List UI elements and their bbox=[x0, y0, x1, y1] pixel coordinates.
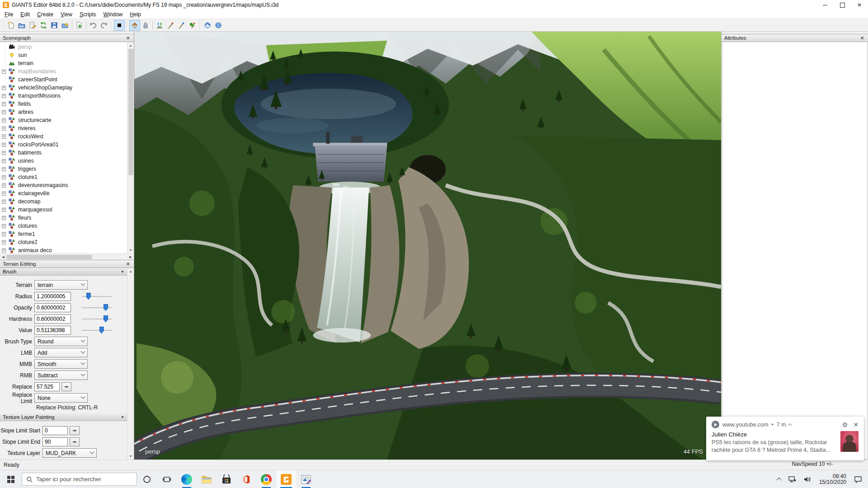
tree-brush-button[interactable] bbox=[187, 20, 198, 31]
slider-thumb[interactable] bbox=[99, 327, 104, 334]
expander-icon[interactable] bbox=[2, 167, 6, 171]
scrollbar-thumb[interactable] bbox=[128, 49, 133, 175]
menu-file[interactable]: File bbox=[1, 10, 17, 19]
mmb-select[interactable]: Smooth bbox=[34, 359, 88, 369]
edge-button[interactable] bbox=[177, 470, 197, 488]
expander-icon[interactable] bbox=[2, 159, 6, 163]
minimize-button[interactable] bbox=[816, 0, 834, 10]
tree-item-structurecarte[interactable]: structurecarte bbox=[0, 116, 127, 124]
taskbar-clock[interactable]: 08:40 15/10/2020 bbox=[816, 474, 850, 485]
scroll-down-icon[interactable]: ▼ bbox=[127, 453, 134, 460]
notification-title[interactable]: Julien Chièze bbox=[712, 431, 859, 438]
select-tool-button[interactable] bbox=[114, 20, 125, 31]
scroll-up-icon[interactable]: ▲ bbox=[127, 268, 134, 275]
task-view-button[interactable] bbox=[157, 470, 177, 488]
scenegraph-horizontal-scrollbar[interactable]: ◀ ▶ bbox=[0, 253, 134, 260]
tree-item-terrain[interactable]: terrain bbox=[0, 59, 127, 67]
expander-icon[interactable] bbox=[2, 216, 6, 220]
scroll-right-icon[interactable]: ▶ bbox=[127, 254, 134, 260]
new-file-button[interactable] bbox=[5, 20, 16, 31]
taskbar-search[interactable]: Taper ici pour rechercher bbox=[22, 473, 137, 486]
terrain-select[interactable]: terrain bbox=[34, 280, 88, 290]
scenegraph-close-icon[interactable]: ✕ bbox=[125, 35, 131, 41]
collapse-chevron-icon[interactable] bbox=[788, 423, 792, 427]
expander-icon[interactable] bbox=[2, 232, 6, 236]
cortana-button[interactable] bbox=[137, 470, 157, 488]
hardness-input[interactable] bbox=[34, 314, 71, 324]
expander-icon[interactable] bbox=[2, 175, 6, 179]
lock-button[interactable] bbox=[140, 20, 151, 31]
tree-item-deventuresmagasins[interactable]: deventuresmagasins bbox=[0, 181, 127, 189]
expander-icon[interactable] bbox=[2, 183, 6, 188]
value-input[interactable] bbox=[34, 326, 71, 335]
navigation-tool-button[interactable] bbox=[129, 20, 140, 31]
undo-button[interactable] bbox=[88, 20, 99, 31]
expander-icon[interactable] bbox=[2, 143, 6, 147]
tree-item-clotures[interactable]: clotures bbox=[0, 222, 127, 230]
tree-item-rivieres[interactable]: rivieres bbox=[0, 124, 127, 132]
browser-notification[interactable]: www.youtube.com • 7 m ⚙ ✕ Julien Chièze … bbox=[706, 417, 864, 460]
tree-item-vehicleshopgameplay[interactable]: vehicleShopGameplay bbox=[0, 84, 127, 92]
tray-expand-button[interactable] bbox=[774, 470, 784, 488]
expander-icon[interactable] bbox=[2, 86, 6, 90]
tree-item-careerstartpoint[interactable]: careerStartPoint bbox=[0, 75, 127, 84]
scrollbar-thumb[interactable] bbox=[6, 255, 92, 259]
rmb-select[interactable]: Subtract bbox=[34, 371, 88, 380]
menu-help[interactable]: Help bbox=[126, 10, 145, 19]
lmb-select[interactable]: Add bbox=[34, 348, 88, 357]
chrome-button[interactable] bbox=[256, 470, 276, 488]
replace-limit-select[interactable]: None bbox=[34, 393, 88, 403]
radius-slider[interactable] bbox=[82, 292, 112, 301]
tree-item-arbres[interactable]: arbres bbox=[0, 108, 127, 116]
tree-item-fields[interactable]: fields bbox=[0, 100, 127, 108]
giants-editor-button[interactable] bbox=[276, 470, 296, 488]
collapse-arrow-icon[interactable]: ▼ bbox=[121, 270, 124, 274]
tree-item-persp[interactable]: persp bbox=[0, 43, 127, 51]
expander-icon[interactable] bbox=[2, 224, 6, 228]
viewport-3d[interactable]: persp 44 FPS bbox=[134, 32, 721, 460]
expander-icon[interactable] bbox=[2, 208, 6, 212]
scroll-up-icon[interactable]: ▲ bbox=[127, 42, 134, 49]
expander-icon[interactable] bbox=[2, 118, 6, 122]
tree-item-transportmissions[interactable]: transportMissions bbox=[0, 92, 127, 100]
tree-item-marquagessol[interactable]: marquagessol bbox=[0, 206, 127, 214]
expander-icon[interactable] bbox=[2, 94, 6, 98]
scenegraph-vertical-scrollbar[interactable]: ▲ ▼ bbox=[127, 42, 134, 253]
opacity-slider[interactable] bbox=[82, 303, 112, 312]
expander-icon[interactable] bbox=[2, 102, 6, 106]
replace-input[interactable] bbox=[34, 382, 60, 391]
scroll-left-icon[interactable]: ◀ bbox=[0, 254, 6, 260]
tree-item-mapboundaries[interactable]: mapBoundaries bbox=[0, 67, 127, 75]
terrain-paint-button[interactable] bbox=[165, 20, 176, 31]
slider-thumb[interactable] bbox=[86, 293, 91, 300]
radius-input[interactable] bbox=[34, 292, 71, 301]
expander-icon[interactable] bbox=[2, 240, 6, 244]
tree-item-ferme1[interactable]: ferme1 bbox=[0, 230, 127, 238]
tree-item-rocksportarea01[interactable]: rocksPortArea01 bbox=[0, 141, 127, 149]
maximize-button[interactable] bbox=[834, 0, 851, 10]
hardness-slider[interactable] bbox=[82, 314, 112, 324]
terrain-editing-scrollbar[interactable]: ▲ ▼ bbox=[127, 268, 134, 460]
tree-item-decomap[interactable]: decomap bbox=[0, 197, 127, 206]
notification-body[interactable]: PS5 les raisons de sa (grosse) taille, R… bbox=[712, 439, 833, 454]
tree-item-cloture1[interactable]: cloture1 bbox=[0, 173, 127, 181]
menu-create[interactable]: Create bbox=[33, 10, 57, 19]
menu-view[interactable]: View bbox=[57, 10, 76, 19]
tree-item-fleurs[interactable]: fleurs bbox=[0, 214, 127, 222]
slider-thumb[interactable] bbox=[104, 315, 108, 323]
slope-limit-start-stepper[interactable] bbox=[70, 426, 80, 435]
tree-item-triggers[interactable]: triggers bbox=[0, 165, 127, 173]
menu-edit[interactable]: Edit bbox=[17, 10, 33, 19]
brush-type-select[interactable]: Round bbox=[34, 337, 88, 346]
environment-button[interactable] bbox=[213, 20, 224, 31]
action-center-button[interactable] bbox=[851, 470, 865, 488]
slope-limit-end-stepper[interactable] bbox=[70, 437, 80, 446]
menu-scripts[interactable]: Scripts bbox=[76, 10, 100, 19]
expander-icon[interactable] bbox=[2, 249, 6, 253]
expander-icon[interactable] bbox=[2, 127, 6, 131]
tree-item-usines[interactable]: usines bbox=[0, 157, 127, 165]
tree-item-eclairageville[interactable]: eclairageville bbox=[0, 189, 127, 197]
value-slider[interactable] bbox=[82, 326, 112, 335]
start-button[interactable] bbox=[0, 470, 22, 488]
expander-icon[interactable] bbox=[2, 110, 6, 114]
